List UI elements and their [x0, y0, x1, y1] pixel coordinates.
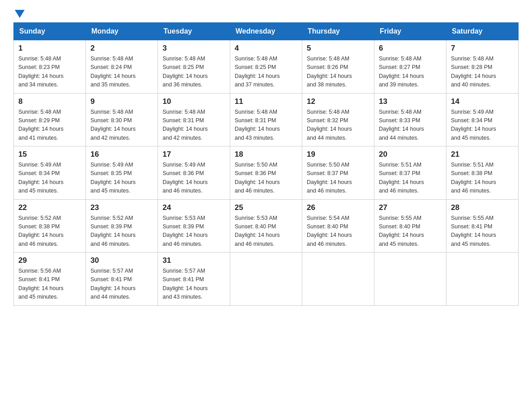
day-number: 23 [90, 203, 153, 212]
day-info: Sunrise: 5:50 AM Sunset: 8:37 PM Dayligh… [307, 161, 369, 196]
calendar-cell: 25 Sunrise: 5:53 AM Sunset: 8:40 PM Dayl… [230, 199, 302, 253]
day-number: 3 [163, 44, 225, 53]
calendar-cell: 19 Sunrise: 5:50 AM Sunset: 8:37 PM Dayl… [302, 146, 374, 200]
calendar-cell: 31 Sunrise: 5:57 AM Sunset: 8:41 PM Dayl… [158, 253, 230, 306]
weekday-header-saturday: Saturday [446, 23, 519, 40]
day-number: 5 [307, 44, 369, 53]
calendar-week-row: 1 Sunrise: 5:48 AM Sunset: 8:23 PM Dayli… [14, 40, 519, 94]
day-number: 22 [18, 203, 81, 212]
calendar-cell: 8 Sunrise: 5:48 AM Sunset: 8:29 PM Dayli… [14, 93, 86, 146]
calendar-cell: 26 Sunrise: 5:54 AM Sunset: 8:40 PM Dayl… [302, 199, 374, 253]
calendar-cell: 21 Sunrise: 5:51 AM Sunset: 8:38 PM Dayl… [446, 146, 519, 200]
day-number: 6 [379, 44, 442, 53]
day-info: Sunrise: 5:48 AM Sunset: 8:26 PM Dayligh… [307, 55, 369, 90]
calendar-cell: 6 Sunrise: 5:48 AM Sunset: 8:27 PM Dayli… [374, 40, 446, 94]
day-number: 19 [307, 150, 369, 159]
calendar-cell: 4 Sunrise: 5:48 AM Sunset: 8:25 PM Dayli… [230, 40, 302, 94]
calendar-cell [302, 253, 374, 306]
calendar-cell: 9 Sunrise: 5:48 AM Sunset: 8:30 PM Dayli… [86, 93, 158, 146]
day-info: Sunrise: 5:49 AM Sunset: 8:36 PM Dayligh… [163, 161, 225, 196]
day-number: 25 [235, 203, 297, 212]
day-info: Sunrise: 5:49 AM Sunset: 8:34 PM Dayligh… [18, 161, 81, 196]
day-info: Sunrise: 5:54 AM Sunset: 8:40 PM Dayligh… [307, 214, 369, 249]
day-info: Sunrise: 5:51 AM Sunset: 8:37 PM Dayligh… [379, 161, 442, 196]
weekday-header-thursday: Thursday [302, 23, 374, 40]
day-number: 1 [18, 44, 81, 53]
calendar-cell: 16 Sunrise: 5:49 AM Sunset: 8:35 PM Dayl… [86, 146, 158, 200]
day-info: Sunrise: 5:48 AM Sunset: 8:25 PM Dayligh… [163, 55, 225, 90]
day-info: Sunrise: 5:48 AM Sunset: 8:31 PM Dayligh… [235, 108, 297, 143]
calendar-week-row: 22 Sunrise: 5:52 AM Sunset: 8:38 PM Dayl… [14, 199, 519, 253]
day-info: Sunrise: 5:48 AM Sunset: 8:25 PM Dayligh… [235, 55, 297, 90]
calendar-cell [230, 253, 302, 306]
logo [13, 9, 25, 18]
day-info: Sunrise: 5:48 AM Sunset: 8:30 PM Dayligh… [90, 108, 153, 143]
weekday-header-friday: Friday [374, 23, 446, 40]
day-number: 20 [379, 150, 442, 159]
day-number: 27 [379, 203, 442, 212]
day-info: Sunrise: 5:52 AM Sunset: 8:38 PM Dayligh… [18, 214, 81, 249]
day-number: 12 [307, 97, 369, 106]
day-number: 30 [90, 256, 153, 265]
calendar-table: SundayMondayTuesdayWednesdayThursdayFrid… [13, 22, 519, 306]
day-number: 4 [235, 44, 297, 53]
day-info: Sunrise: 5:51 AM Sunset: 8:38 PM Dayligh… [451, 161, 514, 196]
day-info: Sunrise: 5:57 AM Sunset: 8:41 PM Dayligh… [163, 267, 225, 302]
day-number: 14 [451, 97, 514, 106]
day-info: Sunrise: 5:55 AM Sunset: 8:40 PM Dayligh… [379, 214, 442, 249]
calendar-cell [446, 253, 519, 306]
day-info: Sunrise: 5:48 AM Sunset: 8:27 PM Dayligh… [379, 55, 442, 90]
calendar-week-row: 29 Sunrise: 5:56 AM Sunset: 8:41 PM Dayl… [14, 253, 519, 306]
day-info: Sunrise: 5:48 AM Sunset: 8:24 PM Dayligh… [90, 55, 153, 90]
logo-triangle-icon [15, 10, 25, 18]
weekday-header-row: SundayMondayTuesdayWednesdayThursdayFrid… [14, 23, 519, 40]
calendar-cell: 11 Sunrise: 5:48 AM Sunset: 8:31 PM Dayl… [230, 93, 302, 146]
weekday-header-sunday: Sunday [14, 23, 86, 40]
calendar-cell: 29 Sunrise: 5:56 AM Sunset: 8:41 PM Dayl… [14, 253, 86, 306]
calendar-cell: 2 Sunrise: 5:48 AM Sunset: 8:24 PM Dayli… [86, 40, 158, 94]
day-number: 21 [451, 150, 514, 159]
calendar-cell: 17 Sunrise: 5:49 AM Sunset: 8:36 PM Dayl… [158, 146, 230, 200]
day-info: Sunrise: 5:50 AM Sunset: 8:36 PM Dayligh… [235, 161, 297, 196]
day-number: 29 [18, 256, 81, 265]
day-info: Sunrise: 5:48 AM Sunset: 8:23 PM Dayligh… [18, 55, 81, 90]
calendar-cell: 5 Sunrise: 5:48 AM Sunset: 8:26 PM Dayli… [302, 40, 374, 94]
calendar-cell: 1 Sunrise: 5:48 AM Sunset: 8:23 PM Dayli… [14, 40, 86, 94]
calendar-week-row: 15 Sunrise: 5:49 AM Sunset: 8:34 PM Dayl… [14, 146, 519, 200]
day-info: Sunrise: 5:48 AM Sunset: 8:32 PM Dayligh… [307, 108, 369, 143]
day-info: Sunrise: 5:52 AM Sunset: 8:39 PM Dayligh… [90, 214, 153, 249]
calendar-cell: 22 Sunrise: 5:52 AM Sunset: 8:38 PM Dayl… [14, 199, 86, 253]
day-number: 31 [163, 256, 225, 265]
day-number: 18 [235, 150, 297, 159]
day-info: Sunrise: 5:57 AM Sunset: 8:41 PM Dayligh… [90, 267, 153, 302]
day-number: 7 [451, 44, 514, 53]
calendar-cell: 20 Sunrise: 5:51 AM Sunset: 8:37 PM Dayl… [374, 146, 446, 200]
day-number: 17 [163, 150, 225, 159]
calendar-cell [374, 253, 446, 306]
day-info: Sunrise: 5:56 AM Sunset: 8:41 PM Dayligh… [18, 267, 81, 302]
calendar-cell: 7 Sunrise: 5:48 AM Sunset: 8:28 PM Dayli… [446, 40, 519, 94]
day-info: Sunrise: 5:49 AM Sunset: 8:35 PM Dayligh… [90, 161, 153, 196]
day-number: 24 [163, 203, 225, 212]
day-number: 28 [451, 203, 514, 212]
weekday-header-tuesday: Tuesday [158, 23, 230, 40]
day-number: 2 [90, 44, 153, 53]
calendar-cell: 10 Sunrise: 5:48 AM Sunset: 8:31 PM Dayl… [158, 93, 230, 146]
day-number: 13 [379, 97, 442, 106]
day-info: Sunrise: 5:48 AM Sunset: 8:31 PM Dayligh… [163, 108, 225, 143]
day-number: 26 [307, 203, 369, 212]
day-info: Sunrise: 5:48 AM Sunset: 8:28 PM Dayligh… [451, 55, 514, 90]
calendar-cell: 18 Sunrise: 5:50 AM Sunset: 8:36 PM Dayl… [230, 146, 302, 200]
calendar-cell: 28 Sunrise: 5:55 AM Sunset: 8:41 PM Dayl… [446, 199, 519, 253]
weekday-header-wednesday: Wednesday [230, 23, 302, 40]
calendar-cell: 13 Sunrise: 5:48 AM Sunset: 8:33 PM Dayl… [374, 93, 446, 146]
day-number: 8 [18, 97, 81, 106]
calendar-cell: 12 Sunrise: 5:48 AM Sunset: 8:32 PM Dayl… [302, 93, 374, 146]
weekday-header-monday: Monday [86, 23, 158, 40]
day-number: 10 [163, 97, 225, 106]
calendar-cell: 27 Sunrise: 5:55 AM Sunset: 8:40 PM Dayl… [374, 199, 446, 253]
day-info: Sunrise: 5:48 AM Sunset: 8:33 PM Dayligh… [379, 108, 442, 143]
day-number: 11 [235, 97, 297, 106]
day-number: 16 [90, 150, 153, 159]
svg-marker-0 [15, 10, 25, 18]
